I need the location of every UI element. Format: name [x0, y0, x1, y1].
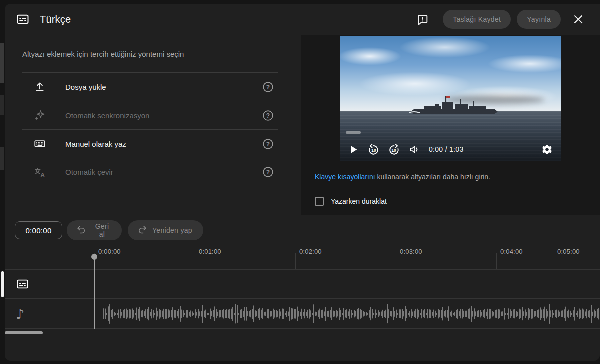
ruler-minute-tick — [296, 253, 296, 269]
method-auto-sync[interactable]: Otomatik senkronizasyon ? — [22, 101, 278, 129]
timeline-horizontal-scrollbar[interactable] — [5, 331, 43, 334]
settings-gear-icon[interactable] — [542, 144, 553, 155]
redo-button[interactable]: Yeniden yap — [128, 220, 204, 240]
timeline-section: 0:00:00 Geri al Yeniden yap 0:00:000:01:… — [5, 215, 600, 361]
pause-while-typing-checkbox[interactable] — [315, 197, 324, 206]
ruler-label: 0:04:00 — [500, 248, 523, 255]
pause-while-typing-row[interactable]: Yazarken duraklat — [315, 197, 600, 206]
method-picker-heading: Altyazı eklemek için tercih ettiğiniz yö… — [22, 50, 301, 58]
upload-icon — [34, 80, 46, 93]
play-icon[interactable] — [348, 144, 360, 155]
translate-icon: A — [34, 166, 46, 179]
method-type-manually[interactable]: Manuel olarak yaz ? — [22, 129, 278, 158]
svg-text:A: A — [41, 172, 45, 178]
svg-text:?: ? — [266, 169, 270, 176]
feedback-icon[interactable] — [416, 13, 429, 26]
keyboard-icon — [34, 137, 46, 150]
rewind-10-icon[interactable]: 10 — [368, 143, 380, 156]
player-time-display: 0:00 / 1:03 — [429, 145, 464, 153]
method-picker-panel: Altyazı eklemek için tercih ettiğiniz yö… — [5, 35, 301, 215]
audio-waveform[interactable] — [102, 299, 600, 328]
playhead-line[interactable] — [94, 257, 95, 329]
undo-button[interactable]: Geri al — [67, 220, 122, 240]
undo-icon — [76, 224, 92, 237]
subtitles-icon — [16, 12, 30, 26]
backdrop-fragment — [0, 95, 4, 115]
video-player[interactable]: 10 10 0:00 / 1:03 — [340, 36, 561, 161]
method-label: Otomatik senkronizasyon — [66, 111, 150, 120]
redo-icon — [137, 224, 152, 237]
help-icon[interactable]: ? — [262, 81, 274, 93]
method-upload-file[interactable]: Dosya yükle ? — [22, 72, 278, 101]
publish-button[interactable]: Yayınla — [517, 10, 561, 29]
subtitle-track-header — [5, 270, 80, 298]
pause-while-typing-label: Yazarken duraklat — [331, 197, 387, 205]
close-icon[interactable] — [572, 13, 585, 26]
ruler-label: 0:05:00 — [558, 248, 580, 255]
help-icon[interactable]: ? — [262, 109, 274, 122]
method-list: Dosya yükle ? Otomatik senkronizasyon ? — [22, 72, 278, 186]
shortcut-tip-text: kullanarak altyazıları daha hızlı girin. — [376, 173, 490, 181]
subtitles-track-icon — [16, 277, 30, 291]
svg-text:?: ? — [266, 112, 270, 119]
backdrop-fragment — [0, 43, 4, 83]
dialog-header: Türkçe Taslağı Kaydet Yayınla — [5, 4, 600, 35]
player-controls: 10 10 0:00 / 1:03 — [340, 138, 561, 161]
subtitle-editor-dialog: Türkçe Taslağı Kaydet Yayınla Altyazı ek… — [5, 4, 600, 361]
method-auto-translate[interactable]: A Otomatik çevir ? — [22, 158, 278, 186]
method-label: Dosya yükle — [66, 83, 106, 91]
undo-label: Geri al — [92, 222, 113, 238]
music-note-icon: ♪ — [16, 307, 24, 321]
audio-track-header: ♪ — [5, 299, 80, 328]
help-icon[interactable]: ? — [262, 166, 274, 178]
main-area: Altyazı eklemek için tercih ettiğiniz yö… — [5, 35, 600, 215]
ruler-label: 0:02:00 — [300, 248, 322, 255]
save-draft-button[interactable]: Taslağı Kaydet — [443, 10, 511, 29]
svg-text:10: 10 — [392, 147, 396, 152]
ruler-label: 0:01:00 — [199, 248, 222, 255]
track-vertical-scrollbar[interactable] — [2, 271, 4, 297]
subtitle-editor-screen: { "header": { "title": "Türkçe", "save_d… — [0, 0, 600, 364]
video-frame-ship — [409, 95, 500, 118]
current-time-input[interactable]: 0:00:00 — [15, 221, 62, 239]
ruler-minute-tick — [586, 253, 586, 269]
svg-text:?: ? — [266, 83, 270, 90]
ruler-label: 0:03:00 — [400, 248, 422, 255]
video-panel: 10 10 0:00 / 1:03 Klavye kısayollarını k… — [301, 35, 600, 215]
ruler-minute-tick — [396, 253, 396, 269]
keyboard-shortcuts-link[interactable]: Klavye kısayollarını — [315, 173, 376, 181]
shortcut-tip: Klavye kısayollarını kullanarak altyazıl… — [315, 173, 600, 181]
method-label: Otomatik çevir — [66, 168, 114, 176]
volume-icon[interactable] — [408, 143, 421, 156]
ruler-label: 0:00:00 — [98, 248, 121, 255]
dialog-title: Türkçe — [40, 14, 71, 25]
svg-text:10: 10 — [372, 147, 376, 152]
auto-sync-icon — [34, 109, 46, 122]
ruler-minute-tick — [195, 253, 196, 269]
backdrop-fragment — [0, 147, 4, 170]
forward-10-icon[interactable]: 10 — [388, 143, 400, 156]
svg-text:?: ? — [266, 140, 270, 147]
redo-label: Yeniden yap — [152, 226, 192, 234]
help-icon[interactable]: ? — [262, 138, 274, 150]
track-header-divider — [80, 269, 80, 329]
playhead-handle[interactable] — [92, 254, 98, 260]
ruler-minute-tick — [496, 253, 497, 269]
method-label: Manuel olarak yaz — [66, 140, 126, 148]
